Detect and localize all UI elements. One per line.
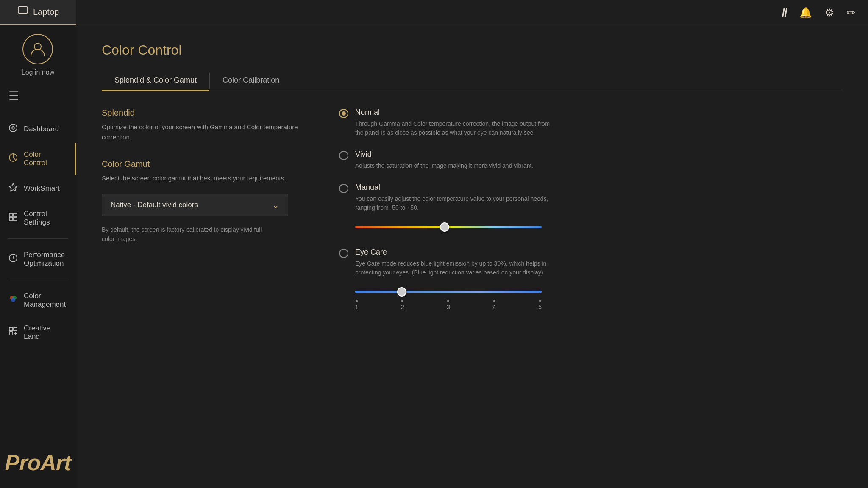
radio-manual-content: Manual You can easily adjust the color t… (355, 183, 550, 212)
eyecare-slider-container: 1 2 3 4 (355, 291, 542, 311)
main-layout: Log in now ☰ Dashboard (0, 25, 868, 488)
settings-icon[interactable]: ⚙ (825, 7, 834, 19)
sidebar-item-label: Color Management (24, 292, 67, 309)
tab-splendid[interactable]: Splendid & Color Gamut (102, 71, 209, 91)
hamburger-menu-icon[interactable]: ☰ (0, 89, 19, 103)
radio-eyecare[interactable] (339, 249, 348, 258)
color-gamut-desc: Select the screen color gamut that best … (102, 173, 314, 183)
tick-dot-4 (493, 300, 495, 302)
temperature-slider-container (355, 226, 542, 235)
sidebar-item-dashboard[interactable]: Dashboard (0, 116, 76, 143)
radio-option-eyecare[interactable]: Eye Care Eye Care mode reduces blue ligh… (339, 248, 843, 311)
radio-option-manual[interactable]: Manual You can easily adjust the color t… (339, 183, 843, 235)
left-column: Splendid Optimize the color of your scre… (102, 108, 314, 323)
radio-eyecare-desc: Eye Care mode reduces blue light emissio… (355, 259, 550, 277)
tick-2: 2 (401, 300, 404, 311)
radio-eyecare-row: Eye Care Eye Care mode reduces blue ligh… (339, 248, 550, 277)
sidebar-nav: Dashboard Color Control WorkSmart (0, 116, 76, 349)
sidebar-divider-2 (8, 280, 68, 280)
radio-manual-label: Manual (355, 183, 550, 192)
tick-label-5: 5 (538, 304, 542, 311)
topbar-laptop-tab[interactable]: Laptop (0, 0, 76, 25)
svg-point-2 (9, 124, 17, 132)
eyecare-slider-thumb[interactable] (397, 287, 406, 297)
sidebar-item-label: Performance Optimization (24, 251, 67, 268)
radio-option-normal[interactable]: Normal Through Gamma and Color temperatu… (339, 108, 843, 137)
svg-rect-8 (9, 217, 13, 221)
sidebar-item-creative-land[interactable]: Creative Land (0, 316, 76, 349)
color-gamut-title: Color Gamut (102, 159, 314, 169)
svg-rect-0 (18, 7, 28, 13)
dropdown-value: Native - Default vivid colors (111, 201, 198, 209)
topbar-tab-label: Laptop (33, 7, 59, 17)
svg-rect-15 (14, 327, 17, 331)
eyecare-slider-ticks: 1 2 3 4 (355, 300, 542, 311)
sidebar-item-worksmart[interactable]: WorkSmart (0, 175, 76, 202)
svg-rect-14 (9, 327, 13, 331)
topbar-actions: // 🔔 ⚙ ✏ (782, 6, 868, 19)
sidebar-item-color-management[interactable]: Color Management (0, 284, 76, 316)
svg-rect-16 (9, 332, 13, 335)
radio-manual[interactable] (339, 184, 348, 193)
svg-rect-6 (9, 213, 13, 216)
temperature-slider-track[interactable] (355, 226, 542, 228)
sidebar-user: Log in now (22, 34, 54, 76)
topbar: Laptop // 🔔 ⚙ ✏ (0, 0, 868, 25)
proart-logo: ProArt (5, 450, 71, 488)
radio-vivid-label: Vivid (355, 150, 533, 159)
feedback-icon[interactable]: ✏ (847, 7, 855, 19)
sidebar-item-color-control[interactable]: Color Control (0, 143, 76, 175)
right-column: Normal Through Gamma and Color temperatu… (339, 108, 843, 323)
eyecare-slider-track[interactable] (355, 291, 542, 293)
tab-calibration[interactable]: Color Calibration (210, 71, 292, 91)
radio-vivid-desc: Adjusts the saturation of the image maki… (355, 161, 533, 170)
tick-dot-1 (356, 300, 358, 302)
tick-1: 1 (355, 300, 359, 311)
sidebar-item-label: Dashboard (24, 125, 59, 133)
sidebar: Log in now ☰ Dashboard (0, 25, 76, 488)
sidebar-item-control-settings[interactable]: Control Settings (0, 202, 76, 234)
tick-5: 5 (538, 300, 542, 311)
color-gamut-dropdown[interactable]: Native - Default vivid colors ⌄ (102, 194, 288, 216)
avatar (22, 34, 53, 64)
sidebar-item-label: Creative Land (24, 324, 67, 341)
tick-label-1: 1 (355, 304, 359, 311)
radio-manual-desc: You can easily adjust the color temperat… (355, 194, 550, 212)
worksmart-icon (8, 183, 18, 194)
control-settings-icon (8, 212, 18, 224)
asus-logo: // (782, 6, 787, 19)
radio-option-vivid[interactable]: Vivid Adjusts the saturation of the imag… (339, 150, 843, 170)
tick-dot-5 (539, 300, 541, 302)
color-management-icon (8, 294, 18, 306)
svg-rect-9 (14, 217, 17, 221)
tick-label-4: 4 (492, 304, 496, 311)
login-label[interactable]: Log in now (22, 69, 54, 76)
tick-4: 4 (492, 300, 496, 311)
radio-normal[interactable] (339, 109, 348, 118)
radio-normal-label: Normal (355, 108, 550, 117)
splendid-section: Splendid Optimize the color of your scre… (102, 108, 314, 142)
splendid-title: Splendid (102, 108, 314, 118)
main-content: Color Control Splendid & Color Gamut Col… (76, 25, 868, 488)
svg-point-13 (11, 298, 15, 302)
creative-land-icon (8, 327, 18, 338)
laptop-icon (17, 5, 29, 19)
radio-vivid-content: Vivid Adjusts the saturation of the imag… (355, 150, 533, 170)
tick-label-2: 2 (401, 304, 404, 311)
sidebar-divider-1 (8, 238, 68, 239)
two-col-layout: Splendid Optimize the color of your scre… (102, 108, 843, 323)
tick-dot-3 (447, 300, 449, 302)
radio-eyecare-content: Eye Care Eye Care mode reduces blue ligh… (355, 248, 550, 277)
notification-icon[interactable]: 🔔 (799, 7, 812, 19)
radio-normal-content: Normal Through Gamma and Color temperatu… (355, 108, 550, 137)
radio-normal-desc: Through Gamma and Color temperature corr… (355, 119, 550, 137)
dropdown-note: By default, the screen is factory-calibr… (102, 225, 271, 244)
temperature-slider-thumb[interactable] (440, 222, 449, 232)
tick-dot-2 (401, 300, 403, 302)
color-control-icon (8, 153, 18, 165)
sidebar-item-performance-optimization[interactable]: Performance Optimization (0, 243, 76, 275)
sidebar-item-label: Control Settings (24, 210, 67, 227)
tick-label-3: 3 (447, 304, 450, 311)
radio-vivid[interactable] (339, 151, 348, 160)
splendid-desc: Optimize the color of your screen with G… (102, 122, 314, 142)
